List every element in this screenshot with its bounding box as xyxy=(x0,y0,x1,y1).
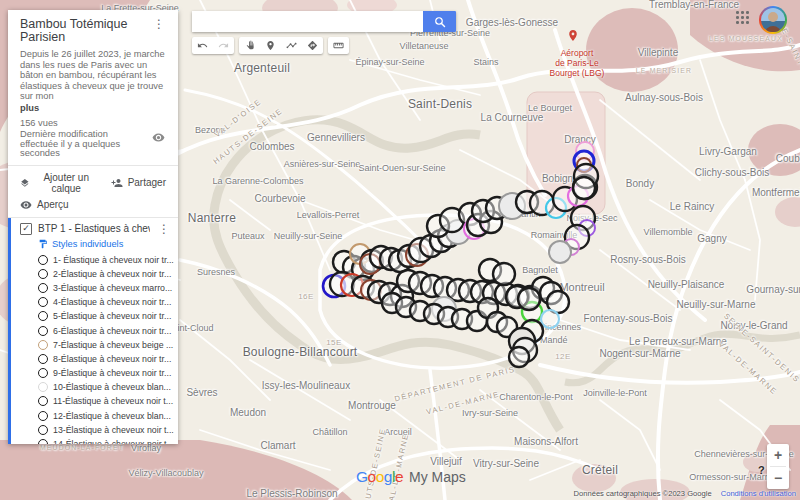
feature-list-item[interactable]: 2-Élastique à cheveux noir tr... xyxy=(38,267,172,281)
terms-link[interactable]: Conditions d'utilisation xyxy=(721,489,796,498)
google-my-maps-logo: Google My Maps xyxy=(356,468,466,486)
google-apps-icon[interactable] xyxy=(736,11,749,24)
search-input[interactable] xyxy=(192,11,423,32)
account-avatar[interactable] xyxy=(759,6,787,34)
undo-icon xyxy=(197,40,208,51)
add-directions-button[interactable] xyxy=(302,37,323,54)
map-marker[interactable] xyxy=(573,177,595,199)
feature-label: 3-Élastique à cheveux marro... xyxy=(53,283,172,293)
feature-label: 4-Élastique à cheveux noir tr... xyxy=(53,297,171,307)
undo-button[interactable] xyxy=(192,37,213,54)
share-button[interactable]: Partager xyxy=(111,177,166,189)
layer-menu-kebab-icon[interactable]: ⋮ xyxy=(156,223,172,235)
individual-styles-link[interactable]: Styles individuels xyxy=(20,235,172,251)
map-description: Depuis le 26 juillet 2023, je marche dan… xyxy=(20,49,167,113)
layer-section: ✓ BTP 1 - Élastiques à cheveux trou... ⋮… xyxy=(8,217,178,445)
map-info-panel: Bambou Totémique Parisien ⋮ Depuis le 26… xyxy=(8,10,178,444)
map-marker[interactable] xyxy=(541,310,559,328)
marker-ring-icon xyxy=(38,411,48,421)
feature-label: 1- Élastique à cheveux noir tr... xyxy=(53,255,174,265)
person_add-icon xyxy=(111,177,123,189)
add-marker-button[interactable] xyxy=(260,37,281,54)
selected-layer-indicator xyxy=(8,218,11,445)
toolbar-group xyxy=(328,37,349,54)
logo-letter: G xyxy=(356,468,368,485)
add-layer-button[interactable]: Ajouter un calque xyxy=(20,172,98,194)
feature-list-item[interactable]: 12-Élastique à cheveux blan... xyxy=(38,409,172,423)
feature-list-item[interactable]: 10-Élastique à cheveux blan... xyxy=(38,380,172,394)
feature-list: 1- Élastique à cheveux noir tr...2-Élast… xyxy=(20,253,172,445)
feature-list-item[interactable]: 11-Élastique à cheveux noir t... xyxy=(38,394,172,408)
map-marker[interactable] xyxy=(549,241,571,263)
paint-style-icon xyxy=(38,239,48,249)
google-logo-letters: Google xyxy=(356,468,403,486)
map-marker[interactable] xyxy=(493,263,515,285)
map-marker[interactable] xyxy=(509,347,529,367)
logo-letter: e xyxy=(395,468,403,485)
draw-line-button[interactable] xyxy=(281,37,302,54)
feature-list-item[interactable]: 9-Élastique à cheveux noir tr... xyxy=(38,366,172,380)
search-button[interactable] xyxy=(423,11,456,32)
marker-ring-icon xyxy=(38,396,48,406)
toolbar-group xyxy=(192,37,234,54)
layer-checkbox[interactable]: ✓ xyxy=(20,223,32,235)
ruler-icon xyxy=(333,40,344,51)
search-icon xyxy=(434,16,446,28)
marker-ring-icon xyxy=(38,297,48,307)
place-icon xyxy=(265,40,276,51)
layer-title[interactable]: BTP 1 - Élastiques à cheveux trou... xyxy=(38,223,150,234)
feature-list-item[interactable]: 14-Élastique à cheveux noir t... xyxy=(38,437,172,444)
marker-ring-icon xyxy=(38,255,48,265)
layers-icon xyxy=(20,177,30,189)
my-maps-app: La Frette-sur-SeineGarges-lès-GonesseTre… xyxy=(0,0,800,500)
expand-description-link[interactable]: plus xyxy=(20,103,167,114)
feature-list-item[interactable]: 6-Élastique à cheveux noir tr... xyxy=(38,323,172,337)
logo-letter: o xyxy=(368,468,376,485)
marker-ring-icon xyxy=(38,382,48,392)
marker-ring-icon xyxy=(38,269,48,279)
marker-ring-icon xyxy=(38,340,48,350)
feature-label: 9-Élastique à cheveux noir tr... xyxy=(53,368,171,378)
feature-list-item[interactable]: 13-Élastique à cheveux noir t... xyxy=(38,423,172,437)
feature-list-item[interactable]: 8-Élastique à cheveux noir tr... xyxy=(38,352,172,366)
measure-button[interactable] xyxy=(328,37,349,54)
drawing-toolbar xyxy=(192,37,349,54)
feature-label: 6-Élastique à cheveux noir tr... xyxy=(53,326,171,336)
map-attribution: Données cartographiques ©2023 Google Con… xyxy=(574,489,797,498)
feature-list-item[interactable]: 3-Élastique à cheveux marro... xyxy=(38,281,172,295)
pan-select-button[interactable] xyxy=(239,37,260,54)
visibility-icon xyxy=(152,131,165,144)
feature-list-item[interactable]: 5-Élastique à cheveux noir tr... xyxy=(38,309,172,323)
help-button[interactable]: ? xyxy=(752,463,771,477)
logo-letter: o xyxy=(376,468,384,485)
feature-label: 5-Élastique à cheveux noir tr... xyxy=(53,311,171,321)
feature-list-item[interactable]: 4-Élastique à cheveux noir tr... xyxy=(38,295,172,309)
directions-icon xyxy=(307,40,318,51)
feature-label: 2-Élastique à cheveux noir tr... xyxy=(53,269,171,279)
action-label: Aperçu xyxy=(37,199,69,210)
line-icon xyxy=(286,40,297,51)
search-bar xyxy=(192,11,456,32)
my-maps-wordmark: My Maps xyxy=(409,469,466,485)
panel-preview-row: Aperçu xyxy=(8,196,178,217)
preview-button[interactable]: Aperçu xyxy=(20,199,69,211)
feature-label: 7-Élastique à cheveux beige ... xyxy=(53,340,173,350)
map-marker[interactable] xyxy=(518,288,540,310)
avatar-photo xyxy=(761,8,785,32)
marker-ring-icon xyxy=(38,354,48,364)
toolbar-group xyxy=(239,37,323,54)
redo-icon xyxy=(218,40,229,51)
logo-letter: g xyxy=(384,468,392,485)
last-modified-text: Dernière modification effectuée il y a q… xyxy=(20,130,167,165)
feature-label: 11-Élastique à cheveux noir t... xyxy=(53,396,173,406)
feature-label: 13-Élastique à cheveux noir t... xyxy=(53,425,174,435)
views-count: 156 vues xyxy=(20,118,167,128)
redo-button[interactable] xyxy=(213,37,234,54)
hand-icon xyxy=(244,40,255,51)
marker-ring-icon xyxy=(38,368,48,378)
marker-ring-icon xyxy=(38,439,48,444)
feature-list-item[interactable]: 7-Élastique à cheveux beige ... xyxy=(38,338,172,352)
feature-list-item[interactable]: 1- Élastique à cheveux noir tr... xyxy=(38,253,172,267)
page-title: Bambou Totémique Parisien xyxy=(20,18,151,44)
map-menu-kebab-icon[interactable]: ⋮ xyxy=(151,18,167,30)
